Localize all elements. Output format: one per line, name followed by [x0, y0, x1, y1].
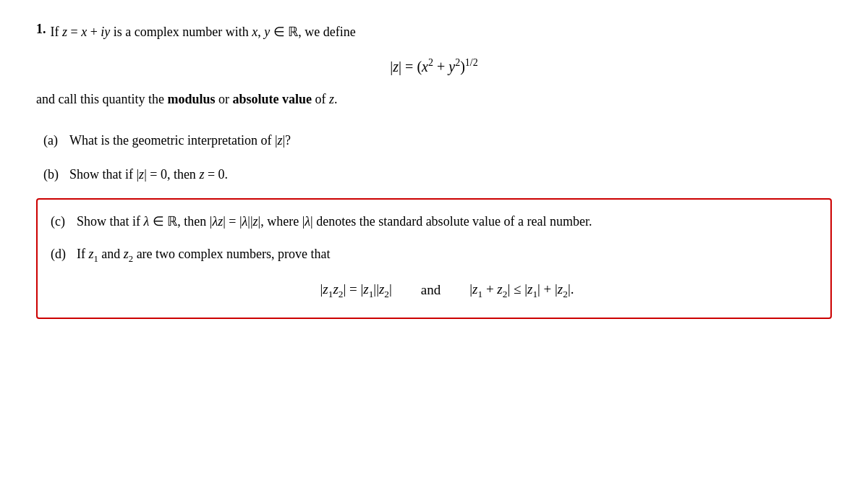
page-content: 1. If z = x + iy is a complex number wit… — [36, 22, 832, 319]
sq-exp2: 2 — [455, 57, 460, 68]
and-call-text: and call this quantity the modulus or ab… — [36, 89, 832, 110]
x-sq: x — [422, 58, 428, 74]
y-sq: y — [448, 58, 455, 74]
part-d-label: (d) — [51, 244, 77, 265]
z1-d: z — [89, 247, 94, 261]
part-a: (a) What is the geometric interpretation… — [43, 130, 832, 151]
intro-text: If z = x + iy is a complex number with x… — [51, 22, 356, 43]
x-var: x — [81, 25, 87, 39]
part-a-content: What is the geometric interpretation of … — [69, 130, 832, 151]
z2-d: z — [124, 247, 129, 261]
z-b2: z — [199, 167, 204, 182]
part-d: (d) If z1 and z2 are two complex numbers… — [51, 244, 817, 307]
part-d-body: If z1 and z2 are two complex numbers, pr… — [77, 244, 817, 307]
z-a: z — [278, 133, 283, 148]
z2-sub: 2 — [129, 253, 133, 263]
lambda-c: λ — [144, 214, 150, 229]
part-b-label: (b) — [43, 164, 69, 185]
problem-number: 1. — [36, 22, 46, 37]
formula-right: |z1 + z2| ≤ |z1| + |z2|. — [469, 278, 574, 302]
half-exp: 1/2 — [465, 57, 478, 68]
xy-vars: x — [252, 25, 258, 39]
part-b-content: Show that if |z| = 0, then z = 0. — [69, 164, 832, 185]
z-formula: z — [393, 58, 399, 74]
z1-sub: 1 — [94, 253, 98, 263]
z-var: z — [62, 25, 67, 39]
y-var2: y — [264, 25, 270, 39]
part-d-intro: If z1 and z2 are two complex numbers, pr… — [77, 244, 817, 266]
parts-container: (a) What is the geometric interpretation… — [43, 130, 832, 185]
z-b: z — [139, 167, 144, 182]
or-text: or — [218, 92, 233, 106]
part-b: (b) Show that if |z| = 0, then z = 0. — [43, 164, 832, 185]
problem-title: 1. If z = x + iy is a complex number wit… — [36, 22, 832, 43]
and-call-prefix: and call this quantity the — [36, 92, 164, 106]
of-z-text: of z. — [315, 92, 338, 106]
display-formula: |z| = (x2 + y2)1/2 — [36, 57, 832, 75]
part-c-label: (c) — [51, 211, 77, 232]
part-c-content: Show that if λ ∈ ℝ, then |λz| = |λ||z|, … — [77, 211, 817, 232]
lambda-c2: λ — [242, 214, 248, 229]
and-connector: and — [421, 279, 441, 301]
part-a-label: (a) — [43, 130, 69, 151]
sq-exp: 2 — [428, 57, 433, 68]
highlighted-box: (c) Show that if λ ∈ ℝ, then |λz| = |λ||… — [36, 198, 832, 320]
modulus-bold: modulus — [167, 92, 215, 106]
lambda-z-c: λz — [212, 214, 223, 229]
lambda-c3: λ — [305, 214, 310, 229]
part-c: (c) Show that if λ ∈ ℝ, then |λz| = |λ||… — [51, 211, 817, 232]
formula-left: |z1z2| = |z1||z2| — [320, 278, 392, 302]
display-math-d: |z1z2| = |z1||z2| and |z1 + z2| ≤ |z1| +… — [77, 278, 817, 302]
z-c: z — [253, 214, 258, 229]
absolute-value-bold: absolute value — [233, 92, 312, 106]
y-var: y — [104, 25, 110, 39]
